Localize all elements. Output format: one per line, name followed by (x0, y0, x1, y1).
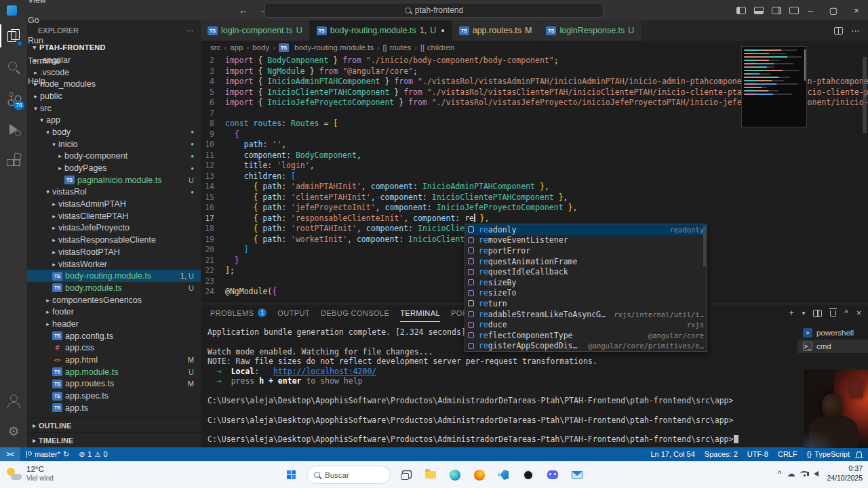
suggestion-reflectComponentType[interactable]: reflectComponentType@angular/core (465, 330, 707, 341)
close-panel-icon[interactable]: × (856, 308, 861, 318)
close-button[interactable]: × (845, 0, 868, 20)
terminal-dropdown-icon[interactable]: ▾ (802, 310, 806, 317)
suggestion-resizeBy[interactable]: resizeBy (465, 277, 707, 288)
tree-item[interactable]: ▾src (27, 102, 201, 115)
toggle-sidebar-icon[interactable] (736, 7, 746, 14)
outline-section[interactable]: ▸ OUTLINE (27, 418, 201, 432)
suggestion-registerAppScopedDispatch[interactable]: registerAppScopedDispatch…@angular/core/… (465, 341, 707, 352)
unsaved-dot-icon[interactable]: ● (441, 27, 444, 34)
explorer-actions-icon[interactable]: ⋯ (186, 26, 194, 35)
tree-item[interactable]: ▸vistasAdminPTAH (27, 198, 201, 210)
command-center-search[interactable]: ptah-frontend (264, 3, 604, 18)
maximize-panel-icon[interactable]: ^ (844, 308, 848, 318)
tree-item[interactable]: TSapp.ts (27, 402, 201, 414)
tray-chevron-up-icon[interactable]: ^ (778, 469, 782, 479)
indentation[interactable]: Spaces: 2 (700, 447, 743, 461)
back-icon[interactable]: ← (239, 5, 248, 16)
more-actions-icon[interactable]: ⋯ (851, 26, 860, 36)
tree-item[interactable]: ▾vistasRol● (27, 186, 201, 199)
suggestion-reduce[interactable]: reducerxjs (465, 319, 707, 330)
start-icon[interactable] (282, 466, 300, 484)
code-line-16[interactable]: 16 { path: 'jefeProyectoInit', component… (201, 203, 868, 214)
taskbar-search[interactable]: Buscar (307, 466, 391, 484)
split-terminal-icon[interactable] (813, 310, 822, 317)
menu-terminal[interactable]: Terminal (22, 51, 68, 71)
tree-item[interactable]: <>app.htmlM (27, 354, 201, 366)
menu-view[interactable]: View (22, 0, 68, 10)
tab-loginResponse.ts[interactable]: TSloginResponse.tsU (539, 20, 642, 41)
cursor-position[interactable]: Ln 17, Col 54 (646, 447, 699, 461)
tree-item[interactable]: ▸vistasClientePTAH (27, 210, 201, 222)
git-branch-item[interactable]: master* ↻ (20, 447, 74, 461)
tab-app.routes.ts[interactable]: TSapp.routes.tsM (452, 20, 540, 41)
activity-extensions[interactable] (0, 145, 27, 176)
suggestion-reportError[interactable]: reportError (465, 245, 707, 256)
tree-item[interactable]: TSapp.routes.tsM (27, 378, 201, 390)
weather-widget[interactable]: 12°C Viel wind (7, 465, 54, 483)
code-line-15[interactable]: 15 { path: 'clientePTAHInit', component:… (201, 192, 868, 203)
suggestion-readableStreamLikeToAsyncGener[interactable]: readableStreamLikeToAsyncGener…rxjs/inte… (465, 309, 707, 320)
code-line-14[interactable]: 14 { path: 'adminPTAHInit', component: I… (201, 182, 868, 192)
menu-go[interactable]: Go (22, 10, 68, 30)
tree-item[interactable]: TSapp.spec.ts (27, 390, 201, 402)
tree-item[interactable]: ▸footer (27, 306, 201, 318)
notifications-bell-icon[interactable] (856, 451, 862, 457)
language-mode[interactable]: {} TypeScript (802, 447, 854, 461)
tree-item[interactable]: ▸vistasResponsableCliente (27, 234, 201, 246)
panel-tab-problems[interactable]: PROBLEMS1 (210, 304, 267, 322)
obs-icon[interactable] (519, 466, 537, 484)
editor-scrollbar[interactable] (863, 57, 867, 133)
vscode-icon[interactable] (494, 466, 513, 484)
tree-item[interactable]: ▾body● (27, 126, 201, 138)
panel-tab-terminal[interactable]: TERMINAL (400, 304, 440, 322)
firefox-icon[interactable] (470, 466, 488, 484)
tab-body-routing.module.ts[interactable]: TSbody-routing.module.ts1,U● (310, 20, 452, 41)
toggle-secondary-sidebar-icon[interactable] (772, 7, 781, 14)
tree-item[interactable]: TSpaginaInicio.module.tsU (27, 174, 201, 186)
tree-item[interactable]: ▸vistasRootPTAH (27, 246, 201, 258)
suggestion-readonly[interactable]: readonlyreadonly (465, 224, 707, 235)
tree-item[interactable]: TSapp.config.ts (27, 330, 201, 342)
tree-item[interactable]: TSapp.module.tsU (27, 366, 201, 378)
toggle-panel-icon[interactable] (754, 7, 764, 14)
new-terminal-icon[interactable]: + (789, 308, 794, 318)
breadcrumb-item-routes[interactable]: []routes (383, 43, 412, 52)
terminal-instance-cmd[interactable]: >_cmd (797, 340, 868, 353)
activity-run-debug[interactable] (0, 114, 27, 145)
code-line-11[interactable]: 11 component: BodyComponent, (201, 150, 868, 161)
remote-indicator[interactable]: >< (0, 447, 20, 461)
suggestion-requestAnimationFrame[interactable]: requestAnimationFrame (465, 256, 707, 267)
panel-tab-output[interactable]: OUTPUT (277, 304, 310, 322)
tree-item[interactable]: ▸public (27, 90, 201, 102)
menu-run[interactable]: Run (22, 30, 68, 51)
suggestion-removeEventListener[interactable]: removeEventListener (465, 235, 707, 246)
tree-item[interactable]: ▾app (27, 114, 201, 126)
split-editor-icon[interactable] (834, 27, 843, 35)
minimize-button[interactable]: – (799, 0, 822, 20)
suggestion-requestIdleCallback[interactable]: requestIdleCallback (465, 266, 707, 277)
suggest-scrollbar[interactable] (703, 226, 706, 266)
terminal-instance-powershell[interactable]: >powershell (797, 326, 868, 340)
tab-login-component.ts[interactable]: TSlogin-component.tsU (201, 20, 310, 41)
tree-item[interactable]: ▸body-component● (27, 150, 201, 163)
mail-icon[interactable] (568, 466, 586, 484)
taskbar-clock[interactable]: 0:37 24/10/2025 (827, 464, 863, 483)
problems-item[interactable]: ⊘ 1 ⚠ 0 (74, 447, 112, 461)
menu-help[interactable]: Help (22, 71, 68, 92)
edge-icon[interactable] (446, 466, 464, 484)
volume-icon[interactable] (814, 471, 818, 476)
tree-item[interactable]: ▸componentesGenericos (27, 294, 201, 306)
tree-item[interactable]: TSbody.module.tsU (27, 282, 201, 294)
tree-item[interactable]: TSbody-routing.module.ts1,U (27, 270, 201, 282)
tree-item[interactable]: ▾inicio● (27, 138, 201, 150)
encoding[interactable]: UTF-8 (743, 447, 773, 461)
taskview-icon[interactable] (397, 466, 415, 484)
code-line-17[interactable]: 17 { path: 'responsableClienteInit', com… (201, 214, 868, 224)
suggestion-resizeTo[interactable]: resizeTo (465, 288, 707, 299)
discord-icon[interactable] (543, 466, 561, 484)
tree-item[interactable]: ▸vistasJefeProyecto (27, 222, 201, 235)
panel-tab-debug-console[interactable]: DEBUG CONSOLE (321, 304, 389, 322)
tree-item[interactable]: #app.css (27, 342, 201, 354)
sync-icon[interactable]: ↻ (63, 450, 69, 459)
code-line-9[interactable]: 9 { (201, 129, 868, 140)
